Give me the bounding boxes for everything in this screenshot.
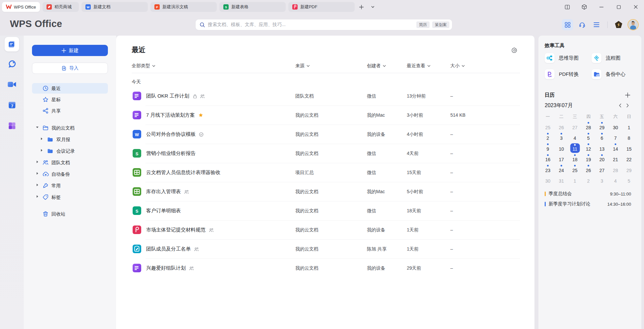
- search-tag-0[interactable]: 简历: [416, 21, 430, 28]
- calendar-day[interactable]: 5: [622, 175, 636, 186]
- file-row[interactable]: 7 月线下活动策划方案我的云文档我的Mac3小时前514 KB: [116, 105, 534, 125]
- calendar-day[interactable]: 6: [595, 132, 609, 143]
- calendar-day[interactable]: 7: [609, 132, 622, 143]
- global-menu-button[interactable]: [591, 19, 602, 30]
- calendar-day[interactable]: 12: [582, 142, 595, 153]
- sidebar-item-trash[interactable]: 回收站: [32, 209, 108, 219]
- new-document-button[interactable]: 新建: [32, 45, 108, 56]
- calendar-day[interactable]: 4: [609, 175, 622, 186]
- calendar-day[interactable]: 24: [555, 164, 568, 175]
- next-month-button[interactable]: [624, 102, 631, 109]
- window-tab-home[interactable]: WPS Office: [2, 2, 40, 12]
- calendar-day[interactable]: 4: [568, 132, 582, 143]
- calendar-day[interactable]: 27: [595, 164, 609, 175]
- window-tab-document-3[interactable]: P新建演示文稿: [150, 2, 217, 12]
- calendar-day[interactable]: 25: [541, 121, 555, 132]
- file-row[interactable]: 团队成员及分工名单我的云文档陈旭 共享1天前–: [116, 239, 534, 258]
- file-row[interactable]: W公司对外合作协议模板我的云文档我的设备4小时前–: [116, 125, 534, 144]
- calendar-day[interactable]: 5: [582, 132, 595, 143]
- file-row[interactable]: S营销小组业绩分析报告我的云文档微信4天前–: [116, 144, 534, 163]
- window-tab-document-2[interactable]: W新建文档: [81, 2, 148, 12]
- calendar-day[interactable]: 28: [609, 164, 622, 175]
- calendar-day[interactable]: 1: [568, 175, 582, 186]
- caret-down-icon[interactable]: [36, 126, 40, 130]
- apps-grid-button[interactable]: [562, 19, 573, 30]
- sidebar-tree-团队文档[interactable]: 团队文档: [32, 157, 108, 168]
- calendar-day[interactable]: 13: [595, 142, 609, 153]
- calendar-day[interactable]: 20: [595, 153, 609, 164]
- filter-创建者[interactable]: 创建者: [367, 63, 386, 69]
- calendar-day[interactable]: 30: [609, 121, 622, 132]
- file-row[interactable]: S客户订单明细表我的云文档微信18天前–: [116, 201, 534, 220]
- window-tab-document-1[interactable]: 稻壳商城: [43, 2, 79, 12]
- sidebar-tree-双月报[interactable]: 双月报: [32, 134, 108, 145]
- rail-item-calendar[interactable]: 7: [5, 98, 19, 112]
- calendar-day[interactable]: 22: [622, 153, 636, 164]
- calendar-day[interactable]: 30: [541, 175, 555, 186]
- calendar-day[interactable]: 23: [541, 164, 555, 175]
- sidebar-item-星标[interactable]: 星标: [32, 94, 108, 105]
- calendar-day[interactable]: 2: [541, 132, 555, 143]
- sidebar-tree-会议记录[interactable]: 会议记录: [32, 146, 108, 156]
- calendar-day[interactable]: 25: [568, 164, 582, 175]
- caret-right-icon[interactable]: [40, 137, 45, 142]
- tool-流程图[interactable]: 流程图: [592, 53, 621, 63]
- calendar-day[interactable]: 26: [555, 121, 568, 132]
- maximize-button[interactable]: [614, 2, 624, 12]
- calendar-day[interactable]: 16: [541, 153, 555, 164]
- filter-来源[interactable]: 来源: [295, 63, 310, 69]
- sidebar-tree-常用[interactable]: 常用: [32, 180, 108, 191]
- sidebar-tree-我的云文档[interactable]: 我的云文档: [32, 123, 108, 133]
- filter-全部类型[interactable]: 全部类型: [132, 63, 156, 69]
- calendar-day[interactable]: 27: [568, 121, 582, 132]
- tab-list-dropdown-button[interactable]: [369, 3, 377, 11]
- file-row[interactable]: 市场主体登记提交材料规范我的云文档我的设备1天前–: [116, 220, 534, 239]
- calendar-day[interactable]: 19: [582, 153, 595, 164]
- filter-最近查看[interactable]: 最近查看: [407, 63, 431, 69]
- calendar-day[interactable]: 26: [582, 164, 595, 175]
- caret-right-icon[interactable]: [36, 195, 40, 199]
- window-tab-document-4[interactable]: S新建表格: [219, 2, 286, 12]
- calendar-day-selected[interactable]: 11: [568, 142, 582, 153]
- tool-思维导图[interactable]: 思维导图: [545, 53, 579, 63]
- split-screen-button[interactable]: [562, 2, 572, 12]
- new-tab-button[interactable]: [357, 3, 366, 11]
- calendar-day[interactable]: 17: [555, 153, 568, 164]
- search-tag-1[interactable]: 策划案: [432, 21, 449, 28]
- calendar-day[interactable]: 3: [595, 175, 609, 186]
- membership-badge[interactable]: [613, 19, 624, 30]
- calendar-day[interactable]: 3: [555, 132, 568, 143]
- sidebar-item-最近[interactable]: 最近: [32, 83, 108, 94]
- file-row[interactable]: 兴趣爱好组队计划我的云文档我的设备29天前–: [116, 258, 534, 278]
- tool-PDF转换[interactable]: PDF转换: [545, 69, 579, 79]
- calendar-day[interactable]: 2: [582, 175, 595, 186]
- support-headset-button[interactable]: [576, 19, 588, 30]
- sidebar-tree-标签[interactable]: 标签: [32, 192, 108, 202]
- caret-right-icon[interactable]: [36, 172, 40, 176]
- sidebar-item-共享[interactable]: 共享: [32, 105, 108, 116]
- caret-right-icon[interactable]: [36, 160, 40, 165]
- filter-大小[interactable]: 大小: [450, 63, 465, 69]
- agenda-item-0[interactable]: 季度总结会9:30–11:00: [545, 191, 631, 197]
- prev-month-button[interactable]: [617, 102, 624, 109]
- caret-right-icon[interactable]: [36, 183, 40, 188]
- calendar-day[interactable]: 29: [622, 164, 636, 175]
- calendar-day[interactable]: 8: [622, 132, 636, 143]
- file-row[interactable]: 云文档管人员信息统计表理器验收项目汇总微信15天前–: [116, 163, 534, 182]
- rail-item-documents[interactable]: [5, 37, 19, 51]
- close-button[interactable]: [631, 2, 641, 12]
- calendar-day[interactable]: 9: [541, 142, 555, 153]
- calendar-day[interactable]: 10: [555, 142, 568, 153]
- calendar-day[interactable]: 29: [595, 121, 609, 132]
- calendar-day[interactable]: 15: [622, 142, 636, 153]
- search-bar[interactable]: 搜索文档、模板、文库、应用、技巧... 简历策划案: [196, 19, 452, 30]
- rail-item-meeting[interactable]: [5, 77, 19, 92]
- list-settings-gear-icon[interactable]: [511, 46, 519, 54]
- calendar-day[interactable]: 31: [555, 175, 568, 186]
- calendar-day[interactable]: 1: [622, 121, 636, 132]
- minimize-button[interactable]: [596, 2, 606, 12]
- file-row[interactable]: 团队 OKR 工作计划团队文档微信13分钟前–: [116, 86, 534, 105]
- window-tab-document-5[interactable]: 新建PDF: [288, 2, 355, 12]
- sidebar-tree-自动备份[interactable]: 自动备份: [32, 169, 108, 179]
- tool-备份中心[interactable]: 备份中心: [592, 69, 626, 79]
